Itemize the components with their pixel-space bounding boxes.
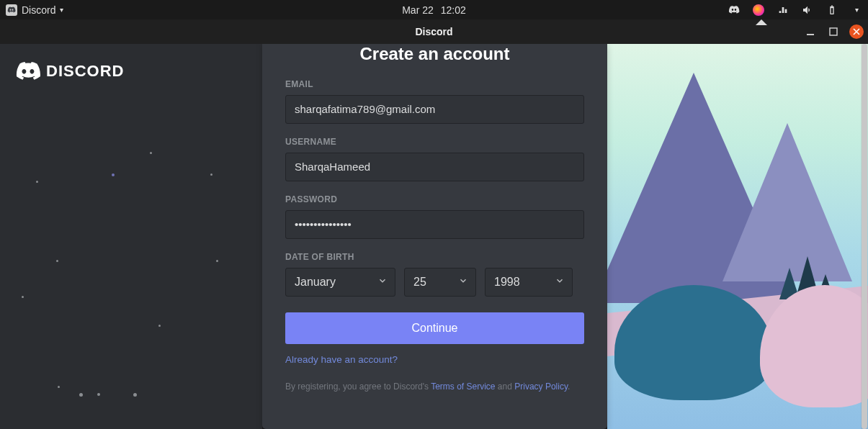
tos-text: By registering, you agree to Discord's T…	[285, 381, 584, 392]
login-link[interactable]: Already have an account?	[285, 354, 398, 365]
svg-rect-1	[830, 28, 837, 35]
background-left-panel	[0, 44, 262, 429]
signup-card: Create an account EMAIL USERNAME PASSWOR…	[262, 44, 607, 429]
decor-mountain	[722, 123, 852, 281]
close-button[interactable]	[849, 24, 864, 39]
dob-month-value: January	[295, 276, 336, 289]
discord-tray-icon	[6, 4, 17, 16]
battery-icon[interactable]	[826, 4, 838, 16]
system-tray: ▾	[728, 4, 862, 16]
decor-dot	[158, 325, 161, 327]
tray-pointer-decoration	[756, 19, 767, 25]
system-clock[interactable]: Mar 22 12:02	[402, 4, 466, 16]
scrollbar-thumb[interactable]	[862, 44, 867, 429]
password-label: PASSWORD	[285, 194, 584, 204]
chevron-down-icon	[377, 276, 388, 289]
privacy-link[interactable]: Privacy Policy	[514, 381, 568, 392]
signup-title: Create an account	[285, 44, 584, 69]
decor-dot	[36, 181, 38, 183]
system-app-name: Discord	[22, 4, 55, 16]
email-field[interactable]	[285, 95, 584, 124]
maximize-button[interactable]	[826, 24, 841, 39]
dob-year-value: 1998	[494, 276, 520, 289]
svg-rect-0	[807, 34, 814, 35]
system-date: Mar 22	[402, 4, 434, 16]
continue-button[interactable]: Continue	[285, 312, 584, 344]
system-menu-caret-icon[interactable]: ▾	[851, 4, 862, 16]
dob-day-value: 25	[413, 276, 426, 289]
app-viewport: DISCORD Create an account EMAIL USERNAME…	[0, 44, 868, 429]
scrollbar-track[interactable]	[861, 44, 868, 429]
discord-logo-text: DISCORD	[46, 62, 124, 81]
dob-label: DATE OF BIRTH	[285, 252, 584, 262]
decor-dot	[97, 393, 100, 396]
network-icon[interactable]	[777, 4, 789, 16]
decor-dot	[216, 260, 218, 262]
email-label: EMAIL	[285, 79, 584, 89]
tos-prefix: By registering, you agree to Discord's	[285, 381, 431, 392]
background-right-art	[607, 44, 868, 429]
decor-dot	[150, 152, 152, 154]
window-title: Discord	[415, 26, 452, 37]
tos-link[interactable]: Terms of Service	[431, 381, 495, 392]
dob-year-select[interactable]: 1998	[485, 268, 573, 297]
discord-logo-icon	[16, 62, 40, 81]
window-controls	[803, 24, 864, 39]
dob-day-select[interactable]: 25	[404, 268, 476, 297]
dob-row: January 25 1998	[285, 268, 584, 297]
username-label: USERNAME	[285, 137, 584, 147]
username-field[interactable]	[285, 153, 584, 181]
system-top-bar: Discord ▾ Mar 22 12:02 ▾	[0, 0, 868, 19]
password-field[interactable]	[285, 210, 584, 239]
system-active-app[interactable]: Discord ▾	[6, 4, 63, 16]
discord-status-icon[interactable]	[728, 4, 740, 16]
system-time: 12:02	[441, 4, 466, 16]
tos-suffix: .	[568, 381, 570, 392]
app-menu-caret-icon: ▾	[60, 6, 63, 14]
discord-logo: DISCORD	[16, 62, 124, 81]
decor-dot	[210, 173, 212, 176]
tos-and: and	[496, 381, 515, 392]
dob-month-select[interactable]: January	[285, 268, 395, 297]
decor-dot	[22, 296, 24, 298]
decor-dot	[56, 260, 58, 262]
volume-icon[interactable]	[802, 4, 813, 16]
window-titlebar: Discord	[0, 19, 868, 44]
decor-dot	[58, 386, 60, 388]
decor-dot	[79, 393, 83, 397]
decor-dot	[133, 393, 137, 397]
firefox-status-icon[interactable]	[753, 4, 764, 16]
minimize-button[interactable]	[803, 24, 818, 39]
chevron-down-icon	[458, 276, 468, 289]
decor-dot	[112, 173, 115, 176]
chevron-down-icon	[555, 276, 565, 289]
